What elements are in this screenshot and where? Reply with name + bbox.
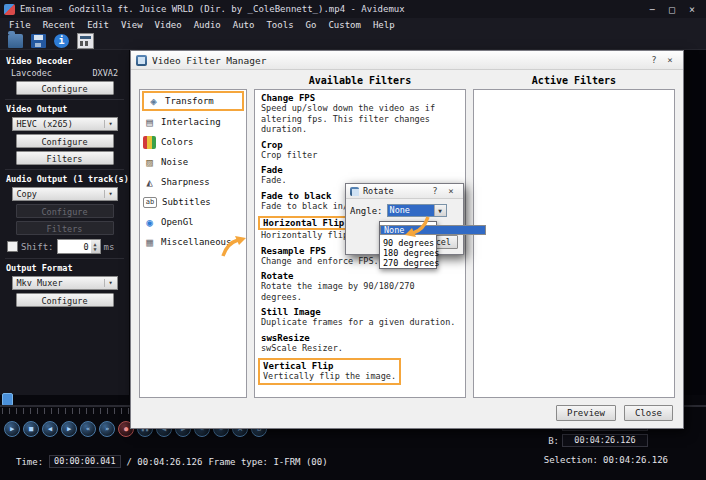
rotate-title: Rotate bbox=[363, 186, 427, 196]
filter-manager-icon bbox=[136, 55, 147, 66]
play-button[interactable]: ▶ bbox=[4, 421, 20, 437]
video-codec-select[interactable]: HEVC (x265) ▾ bbox=[12, 117, 118, 131]
category-transform[interactable]: ◈ Transform bbox=[142, 91, 244, 111]
filter-still-image[interactable]: Still Image Duplicate frames for a given… bbox=[261, 307, 459, 328]
menu-file[interactable]: File bbox=[3, 20, 37, 30]
opengl-icon: ◉ bbox=[143, 216, 156, 229]
angle-option-180[interactable]: 180 degrees bbox=[380, 248, 436, 258]
menu-custom[interactable]: Custom bbox=[322, 20, 367, 30]
audio-codec-select[interactable]: Copy ▾ bbox=[12, 187, 118, 201]
next-frame-button[interactable]: ▶ bbox=[61, 421, 77, 437]
menu-go[interactable]: Go bbox=[300, 20, 323, 30]
category-sharpness[interactable]: ◭ Sharpness bbox=[140, 172, 246, 192]
prev-frame-button[interactable]: ◀ bbox=[42, 421, 58, 437]
close-dialog-button[interactable]: Close bbox=[624, 405, 673, 421]
audio-filters-button: Filters bbox=[16, 221, 114, 235]
dialog-titlebar[interactable]: Video Filter Manager ? × bbox=[131, 51, 683, 70]
menubar: File Recent Edit View Video Audio Auto T… bbox=[0, 18, 706, 32]
decoder-configure-button[interactable]: Configure bbox=[16, 81, 114, 95]
category-noise[interactable]: ▨ Noise bbox=[140, 152, 246, 172]
selection-value: 00:04:26.126 bbox=[603, 455, 668, 465]
chevron-down-icon: ▾ bbox=[104, 120, 117, 128]
menu-tools[interactable]: Tools bbox=[260, 20, 299, 30]
filter-swsresize[interactable]: swsResize swScale Resizer. bbox=[261, 333, 459, 354]
category-colors[interactable]: Colors bbox=[140, 132, 246, 152]
category-label: Subtitles bbox=[162, 197, 211, 207]
muxer-select[interactable]: Mkv Muxer ▾ bbox=[12, 276, 118, 290]
prev-keyframe-button[interactable]: « bbox=[80, 421, 96, 437]
shift-spinner[interactable]: 0 ▲▼ bbox=[57, 239, 101, 254]
dialog-footer: Preview Close bbox=[556, 405, 673, 421]
audio-shift-row: Shift: 0 ▲▼ ms bbox=[7, 239, 122, 254]
audio-configure-button: Configure bbox=[16, 204, 114, 218]
menu-recent[interactable]: Recent bbox=[37, 20, 82, 30]
toolbar: i bbox=[0, 32, 706, 50]
dialog-title: Video Filter Manager bbox=[152, 55, 646, 66]
window-title: Eminem - Godzilla ft. Juice WRLD (Dir. b… bbox=[20, 4, 642, 14]
category-subtitles[interactable]: ab Subtitles bbox=[140, 192, 246, 212]
category-label: Colors bbox=[161, 137, 194, 147]
minimize-button[interactable]: − bbox=[642, 1, 662, 17]
rotate-help-button[interactable]: ? bbox=[427, 184, 443, 198]
video-configure-button[interactable]: Configure bbox=[16, 134, 114, 148]
filter-vertical-flip[interactable]: Vertical Flip Vertically flip the image. bbox=[258, 358, 401, 385]
active-filters-list[interactable] bbox=[473, 89, 675, 398]
menu-view[interactable]: View bbox=[115, 20, 149, 30]
open-icon[interactable] bbox=[8, 34, 23, 48]
current-time-value: 00:00:00.041 bbox=[49, 455, 120, 468]
noise-icon: ▨ bbox=[143, 156, 156, 169]
save-icon[interactable] bbox=[31, 34, 46, 48]
menu-help[interactable]: Help bbox=[367, 20, 401, 30]
angle-label: Angle: bbox=[350, 206, 383, 216]
decoder-name: Lavcodec bbox=[11, 68, 52, 78]
maximize-button[interactable]: □ bbox=[662, 1, 682, 17]
close-button[interactable]: × bbox=[682, 1, 702, 17]
spinner-arrows-icon[interactable]: ▲▼ bbox=[91, 240, 100, 253]
angle-option-270[interactable]: 270 degrees bbox=[380, 258, 436, 268]
filter-crop[interactable]: Crop Crop filter bbox=[261, 140, 459, 161]
dialog-close-button[interactable]: × bbox=[662, 53, 678, 67]
menu-audio[interactable]: Audio bbox=[188, 20, 227, 30]
selection-group: Selection: 00:04:26.126 bbox=[544, 455, 668, 465]
muxer-configure-button[interactable]: Configure bbox=[16, 293, 114, 307]
category-list[interactable]: ◈ Transform ▤ Interlacing Colors ▨ Noise bbox=[139, 89, 247, 398]
transform-icon: ◈ bbox=[147, 95, 160, 108]
subtitles-icon: ab bbox=[143, 197, 157, 208]
menu-auto[interactable]: Auto bbox=[227, 20, 261, 30]
next-keyframe-button[interactable]: » bbox=[99, 421, 115, 437]
shift-unit: ms bbox=[104, 242, 115, 252]
angle-combobox[interactable]: None ▼ bbox=[387, 204, 447, 217]
filter-rotate[interactable]: Rotate Rotate the image by 90/180/270 de… bbox=[261, 271, 459, 302]
rotate-dialog: Rotate ? × Angle: None ▼ Cancel None 90 … bbox=[345, 183, 464, 255]
time-label: Time: bbox=[16, 457, 43, 467]
chevron-down-icon[interactable]: ▼ bbox=[434, 205, 446, 216]
statusbar: Time: 00:00:00.041 / 00:04:26.126 Frame … bbox=[0, 449, 706, 479]
angle-option-none[interactable]: None bbox=[380, 225, 486, 235]
category-interlacing[interactable]: ▤ Interlacing bbox=[140, 112, 246, 132]
menu-edit[interactable]: Edit bbox=[81, 20, 115, 30]
filter-change-fps[interactable]: Change FPS Speed up/slow down the video … bbox=[261, 93, 459, 135]
video-codec-value: HEVC (x265) bbox=[13, 119, 104, 129]
category-label: Miscellaneous bbox=[161, 237, 231, 247]
preview-button[interactable]: Preview bbox=[556, 405, 616, 421]
angle-row: Angle: None ▼ bbox=[350, 204, 459, 217]
menu-video[interactable]: Video bbox=[149, 20, 188, 30]
shift-checkbox[interactable] bbox=[7, 241, 18, 252]
available-filters-header: Available Filters bbox=[254, 75, 466, 89]
stop-button[interactable]: ■ bbox=[23, 421, 39, 437]
rotate-close-button[interactable]: × bbox=[443, 184, 459, 198]
chevron-down-icon: ▾ bbox=[104, 190, 117, 198]
marker-b-value: 00:04:26.126 bbox=[562, 434, 648, 447]
dialog-help-button[interactable]: ? bbox=[646, 53, 662, 67]
category-miscellaneous[interactable]: ▦ Miscellaneous bbox=[140, 232, 246, 252]
hw-accel-name[interactable]: DXVA2 bbox=[92, 68, 118, 78]
divider bbox=[5, 169, 124, 170]
angle-selected-value: None bbox=[388, 205, 434, 216]
angle-option-90[interactable]: 90 degrees bbox=[380, 238, 436, 248]
rotate-titlebar[interactable]: Rotate ? × bbox=[346, 184, 463, 199]
category-opengl[interactable]: ◉ OpenGl bbox=[140, 212, 246, 232]
video-filters-button[interactable]: Filters bbox=[16, 151, 114, 165]
category-label: Noise bbox=[161, 157, 188, 167]
calculator-icon[interactable] bbox=[77, 33, 94, 49]
info-icon[interactable]: i bbox=[54, 34, 69, 48]
